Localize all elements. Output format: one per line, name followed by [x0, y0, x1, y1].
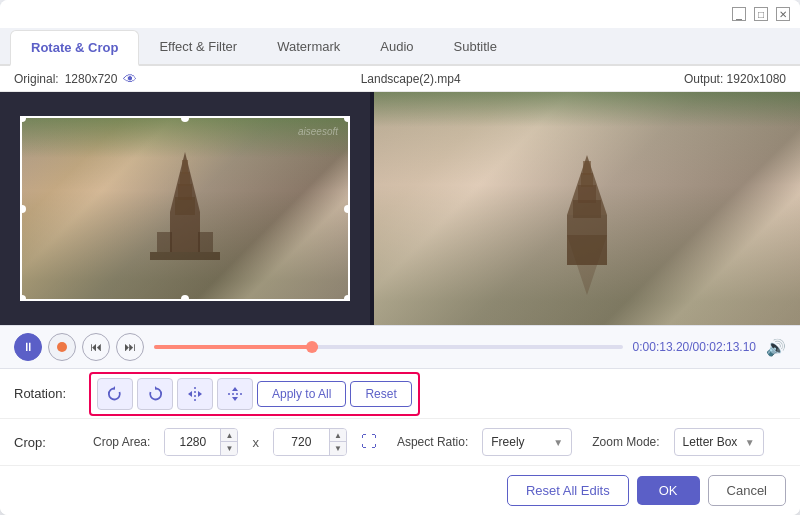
volume-icon[interactable]: 🔊	[766, 338, 786, 357]
svg-rect-2	[170, 212, 200, 252]
aspect-ratio-label: Aspect Ratio:	[397, 435, 468, 449]
svg-marker-18	[155, 386, 158, 390]
preview-left: aiseesoft	[0, 92, 370, 325]
flip-vertical-button[interactable]	[217, 378, 253, 410]
svg-rect-4	[178, 184, 192, 200]
rotate-right-button[interactable]	[137, 378, 173, 410]
flip-vertical-icon	[226, 385, 244, 403]
rotate-right-icon	[146, 385, 164, 403]
svg-marker-23	[232, 387, 238, 391]
crop-height-group: ▲ ▼	[273, 428, 347, 456]
crop-section: Crop: Crop Area: ▲ ▼ x ▲ ▼ ⛶ Aspect Rati…	[0, 419, 800, 465]
close-button[interactable]: ✕	[776, 7, 790, 21]
title-bar: ⎯ □ ✕	[0, 0, 800, 28]
prev-frame-button[interactable]: ⏮	[82, 333, 110, 361]
flip-horizontal-icon	[186, 385, 204, 403]
tab-subtitle[interactable]: Subtitle	[434, 28, 517, 64]
link-icon[interactable]: ⛶	[361, 433, 377, 451]
apply-to-all-button[interactable]: Apply to All	[257, 381, 346, 407]
tab-watermark[interactable]: Watermark	[257, 28, 360, 64]
progress-thumb[interactable]	[306, 341, 318, 353]
chevron-down-icon-2: ▼	[745, 437, 755, 448]
info-right: Output: 1920x1080	[684, 72, 786, 86]
ok-button[interactable]: OK	[637, 476, 700, 505]
handle-bottom-middle[interactable]	[181, 295, 189, 301]
handle-bottom-right[interactable]	[344, 295, 350, 301]
maximize-button[interactable]: □	[754, 7, 768, 21]
crop-height-down[interactable]: ▼	[330, 442, 346, 455]
svg-rect-0	[150, 252, 220, 260]
crop-width-down[interactable]: ▼	[221, 442, 237, 455]
flip-horizontal-button[interactable]	[177, 378, 213, 410]
crop-area-label: Crop Area:	[93, 435, 150, 449]
times-symbol: x	[252, 435, 259, 450]
handle-bottom-left[interactable]	[20, 295, 26, 301]
preview-right	[374, 92, 800, 325]
original-resolution: 1280x720	[65, 72, 118, 86]
progress-bar[interactable]	[154, 345, 623, 349]
aspect-ratio-dropdown[interactable]: Freely ▼	[482, 428, 572, 456]
reset-all-button[interactable]: Reset All Edits	[507, 475, 629, 506]
main-window: ⎯ □ ✕ Rotate & Crop Effect & Filter Wate…	[0, 0, 800, 515]
info-bar: Original: 1280x720 👁 Landscape(2).mp4 Ou…	[0, 66, 800, 92]
info-left: Original: 1280x720 👁	[14, 71, 137, 87]
handle-right-middle[interactable]	[344, 205, 350, 213]
svg-rect-8	[198, 232, 213, 252]
svg-rect-6	[182, 160, 188, 174]
svg-marker-24	[232, 397, 238, 401]
pause-button[interactable]: ⏸	[14, 333, 42, 361]
handle-top-right[interactable]	[344, 116, 350, 122]
svg-marker-20	[188, 391, 192, 397]
rotation-label: Rotation:	[14, 386, 79, 401]
svg-rect-12	[578, 185, 596, 203]
minimize-button[interactable]: ⎯	[732, 7, 746, 21]
zoom-mode-value: Letter Box	[683, 435, 738, 449]
rotation-controls: Apply to All Reset	[89, 372, 420, 416]
svg-rect-13	[581, 173, 593, 187]
output-label: Output:	[684, 72, 723, 86]
crop-height-input[interactable]	[274, 429, 329, 455]
crop-width-spinners: ▲ ▼	[220, 429, 237, 455]
controls-bar: ⏸ ⏮ ⏭ 0:00:13.20/00:02:13.10 🔊	[0, 325, 800, 369]
tab-audio[interactable]: Audio	[360, 28, 433, 64]
eye-icon[interactable]: 👁	[123, 71, 137, 87]
play-controls: ⏸ ⏮ ⏭	[14, 333, 144, 361]
output-preview	[374, 92, 800, 325]
zoom-mode-label: Zoom Mode:	[592, 435, 659, 449]
progress-fill	[154, 345, 318, 349]
time-display: 0:00:13.20/00:02:13.10	[633, 340, 756, 354]
rotate-left-button[interactable]	[97, 378, 133, 410]
next-frame-button[interactable]: ⏭	[116, 333, 144, 361]
bottom-bar: Reset All Edits OK Cancel	[0, 465, 800, 515]
crop-label: Crop:	[14, 435, 79, 450]
tab-rotate-crop[interactable]: Rotate & Crop	[10, 30, 139, 66]
rotation-reset-button[interactable]: Reset	[350, 381, 411, 407]
svg-marker-21	[198, 391, 202, 397]
zoom-mode-dropdown[interactable]: Letter Box ▼	[674, 428, 764, 456]
original-label: Original:	[14, 72, 59, 86]
cancel-button[interactable]: Cancel	[708, 475, 786, 506]
temple-graphic-right	[517, 135, 657, 315]
crop-height-spinners: ▲ ▼	[329, 429, 346, 455]
temple-graphic	[135, 142, 235, 272]
foliage-top-right	[374, 92, 800, 127]
rotation-section: Rotation:	[0, 369, 800, 419]
svg-rect-16	[567, 235, 607, 265]
crop-frame[interactable]: aiseesoft	[20, 116, 350, 301]
source-preview: aiseesoft	[22, 118, 348, 299]
crop-height-up[interactable]: ▲	[330, 429, 346, 442]
aspect-ratio-value: Freely	[491, 435, 524, 449]
crop-width-up[interactable]: ▲	[221, 429, 237, 442]
tab-bar: Rotate & Crop Effect & Filter Watermark …	[0, 28, 800, 66]
chevron-down-icon: ▼	[553, 437, 563, 448]
watermark-text: aiseesoft	[298, 126, 338, 137]
svg-marker-17	[112, 386, 115, 390]
output-resolution: 1920x1080	[727, 72, 786, 86]
tab-effect-filter[interactable]: Effect & Filter	[139, 28, 257, 64]
svg-rect-14	[583, 161, 591, 175]
preview-area: aiseesoft	[0, 92, 800, 325]
record-dot	[57, 342, 67, 352]
crop-width-input[interactable]	[165, 429, 220, 455]
crop-width-group: ▲ ▼	[164, 428, 238, 456]
record-button[interactable]	[48, 333, 76, 361]
